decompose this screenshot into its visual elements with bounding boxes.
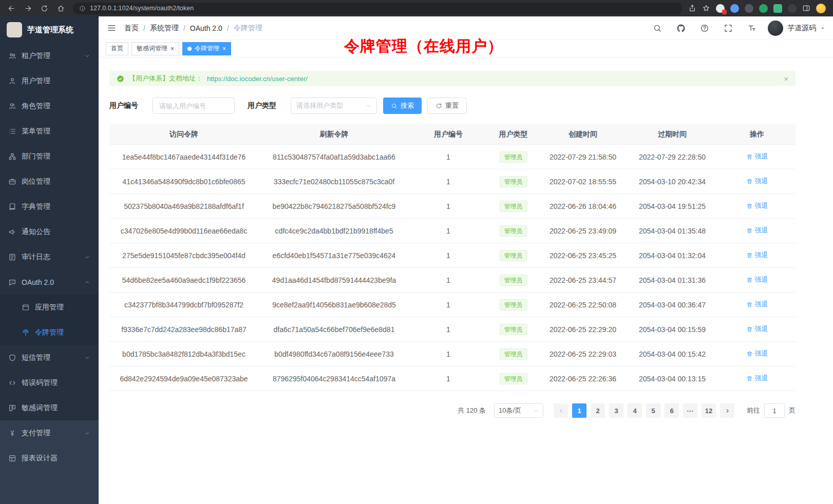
- page-button-2[interactable]: 2: [591, 403, 605, 418]
- doc-link[interactable]: https://doc.iocoder.cn/user-center/: [207, 75, 308, 83]
- refresh-token-cell: cdfc4ce9c2da4bb1bdf21b9918ff4be5: [258, 227, 410, 235]
- breadcrumb-item-oauth2[interactable]: OAuth 2.0: [190, 24, 222, 32]
- page-info-icon[interactable]: [79, 5, 86, 12]
- forward-button[interactable]: [22, 2, 34, 14]
- page-button-5[interactable]: 5: [646, 403, 660, 418]
- annotation-text: 令牌管理（在线用户）: [344, 36, 503, 57]
- chevron-up-icon: [84, 279, 90, 285]
- force-logout-button[interactable]: 强退: [746, 349, 768, 358]
- extension-icon-6[interactable]: [788, 4, 797, 13]
- force-logout-button[interactable]: 强退: [746, 177, 768, 186]
- page-button-12[interactable]: 12: [702, 403, 716, 418]
- sidebar-item-label: 报表设计器: [22, 454, 90, 463]
- page-button-3[interactable]: 3: [609, 403, 623, 418]
- extension-icon-2[interactable]: [730, 4, 739, 13]
- force-logout-button[interactable]: 强退: [746, 275, 768, 284]
- next-page-button[interactable]: [720, 403, 734, 418]
- extension-icon-5[interactable]: [773, 4, 782, 13]
- delete-icon: [746, 203, 753, 209]
- sidebar-item-pay[interactable]: 支付管理: [0, 420, 99, 445]
- force-logout-button[interactable]: 强退: [746, 324, 768, 334]
- sidebar-item-user[interactable]: 用户管理: [0, 68, 99, 93]
- fullscreen-icon[interactable]: [721, 21, 736, 36]
- github-icon[interactable]: [673, 21, 689, 36]
- expire-time-cell: 2054-03-04 01:35:48: [626, 227, 718, 235]
- extension-icon-1[interactable]: [716, 4, 725, 13]
- page-goto-input[interactable]: [764, 403, 785, 418]
- tab-token[interactable]: 令牌管理 ×: [182, 42, 231, 55]
- user-menu[interactable]: 芋道源码: [768, 21, 825, 36]
- force-logout-button[interactable]: 强退: [746, 250, 768, 260]
- font-size-icon[interactable]: [744, 21, 760, 36]
- user-type-badge: 管理员: [500, 275, 527, 286]
- force-logout-button[interactable]: 强退: [746, 152, 768, 161]
- more-pages-button[interactable]: ···: [683, 403, 697, 418]
- user-type-badge: 管理员: [500, 151, 527, 163]
- logo-avatar: [7, 22, 22, 37]
- breadcrumb-item-home[interactable]: 首页: [124, 24, 139, 33]
- close-icon[interactable]: ×: [171, 46, 174, 52]
- create-time-cell: 2022-06-25 22:26:36: [540, 375, 626, 383]
- table-row: c347026e805e4d99b0d116eae66eda8c cdfc4ce…: [109, 219, 796, 243]
- force-logout-button[interactable]: 强退: [746, 201, 768, 210]
- sidebar-item-oauth2-app[interactable]: 应用管理: [0, 295, 99, 320]
- user-type-select[interactable]: 请选择用户类型: [291, 98, 377, 114]
- create-time-cell: 2022-06-25 22:29:20: [540, 325, 626, 334]
- search-button[interactable]: 搜索: [383, 98, 422, 114]
- sidebar-item-menu[interactable]: 菜单管理: [0, 119, 99, 144]
- prev-page-button[interactable]: [554, 403, 568, 418]
- alert-close-icon[interactable]: ×: [784, 74, 788, 83]
- reload-button[interactable]: [38, 2, 50, 14]
- sidebar-item-tenant[interactable]: 租户管理: [0, 43, 99, 68]
- sidebar-item-sms[interactable]: 短信管理: [0, 345, 99, 370]
- sidebar-item-error-code[interactable]: 错误码管理: [0, 370, 99, 395]
- sidebar-item-label: 应用管理: [35, 303, 90, 312]
- page-button-4[interactable]: 4: [628, 403, 642, 418]
- sidebar-item-sensitive-word[interactable]: 敏感词管理: [0, 395, 99, 420]
- table-row: b0d1785bc3a8482f812db4a3f3bd15ec b0df498…: [109, 342, 796, 366]
- page-button-6[interactable]: 6: [665, 403, 679, 418]
- extension-icon-3[interactable]: [745, 4, 753, 13]
- split-screen-icon[interactable]: [802, 4, 810, 12]
- reset-button[interactable]: 重置: [427, 98, 467, 114]
- sidebar-item-audit-log[interactable]: 审计日志: [0, 244, 99, 269]
- create-time-cell: 2022-07-29 21:58:50: [540, 153, 626, 161]
- sidebar-item-notice[interactable]: 通知公告: [0, 219, 99, 244]
- tab-sensitive-word[interactable]: 敏感词管理 ×: [131, 42, 179, 55]
- sidebar-item-role[interactable]: 角色管理: [0, 93, 99, 119]
- force-logout-button[interactable]: 强退: [746, 300, 768, 309]
- search-icon[interactable]: [650, 21, 665, 36]
- page-size-select[interactable]: 10条/页: [494, 403, 543, 418]
- page-button-1[interactable]: 1: [572, 403, 586, 418]
- force-logout-button[interactable]: 强退: [746, 226, 768, 235]
- chevron-down-icon: [84, 355, 90, 361]
- sidebar-item-dept[interactable]: 部门管理: [0, 144, 99, 169]
- sidebar-item-oauth2-token[interactable]: 令牌管理: [0, 320, 99, 345]
- browser-profile-avatar[interactable]: [816, 4, 826, 13]
- back-button[interactable]: [5, 2, 17, 14]
- chevron-down-icon: [533, 408, 539, 414]
- address-bar[interactable]: 127.0.0.1:1024/system/oauth2/token: [73, 3, 682, 14]
- action-cell: 强退: [718, 201, 796, 211]
- sidebar-item-post[interactable]: 岗位管理: [0, 169, 99, 194]
- megaphone-icon: [8, 228, 16, 236]
- sidebar-item-report-designer[interactable]: 报表设计器: [0, 445, 99, 471]
- close-icon[interactable]: ×: [222, 46, 226, 52]
- sidebar-collapse-button[interactable]: [99, 16, 124, 40]
- help-icon[interactable]: [697, 21, 712, 36]
- breadcrumb: 首页 / 系统管理 / OAuth 2.0 / 令牌管理: [124, 24, 262, 33]
- force-logout-button[interactable]: 强退: [746, 374, 768, 383]
- user-id-cell: 1: [410, 350, 487, 358]
- sidebar-item-oauth2[interactable]: OAuth 2.0: [0, 269, 99, 295]
- extension-icon-4[interactable]: [759, 4, 768, 13]
- tab-home[interactable]: 首页: [106, 42, 128, 55]
- app-logo[interactable]: 芋道管理系统: [0, 16, 99, 43]
- bookmark-star-icon[interactable]: [702, 4, 710, 12]
- user-id-input[interactable]: [153, 98, 235, 114]
- share-icon[interactable]: [688, 4, 696, 12]
- user-icon: [8, 77, 16, 85]
- user-id-cell: 1: [410, 202, 487, 210]
- sidebar-item-dict[interactable]: 字典管理: [0, 194, 99, 219]
- breadcrumb-item-system[interactable]: 系统管理: [150, 24, 179, 33]
- home-button[interactable]: [54, 2, 67, 14]
